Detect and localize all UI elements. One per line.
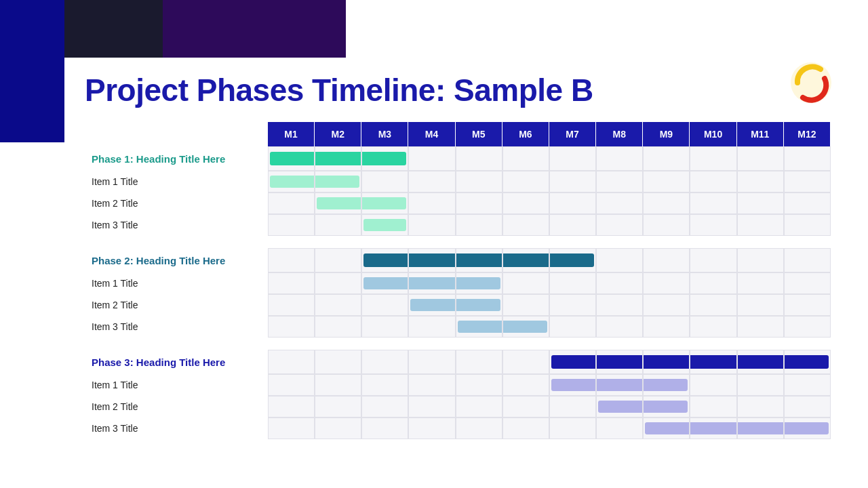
item-cell-phase3-0-m2 <box>315 374 361 396</box>
spacer-cell <box>549 338 596 350</box>
spacer-cell <box>408 236 455 248</box>
spacer-cell <box>268 236 315 248</box>
item-cell-phase2-1-m10 <box>690 294 736 316</box>
item-cell-phase3-1-m7 <box>549 396 596 418</box>
page-title: Project Phases Timeline: Sample B <box>85 72 848 108</box>
phase-bar-cell-phase3-m5 <box>456 350 502 374</box>
phase-bar-cell-phase3-m11 <box>737 350 784 374</box>
spacer-cell <box>315 338 361 350</box>
phase-bar-cell-phase1-m1 <box>268 146 315 171</box>
spacer-cell <box>643 236 690 248</box>
spacer-cell <box>408 338 455 350</box>
spacer-cell <box>315 236 361 248</box>
phase-bar-segment <box>315 152 361 165</box>
item-bar-segment <box>409 277 454 289</box>
item-cell-phase2-2-m6 <box>502 316 549 338</box>
month-header-m1: M1 <box>268 122 315 146</box>
phase-bar-cell-phase3-m9 <box>643 350 690 374</box>
item-cell-phase2-0-m7 <box>549 272 596 294</box>
item-bar-segment <box>317 197 361 209</box>
item-cell-phase1-1-m11 <box>737 192 784 214</box>
phase-bar-cell-phase2-m8 <box>596 248 643 272</box>
phase-bar-cell-phase2-m1 <box>268 248 315 272</box>
item-label-phase1-1: Item 2 Title <box>85 192 268 214</box>
phase-bar-cell-phase2-m2 <box>315 248 361 272</box>
month-header-m7: M7 <box>549 122 596 146</box>
item-cell-phase1-1-m2 <box>315 192 361 214</box>
item-cell-phase1-0-m10 <box>690 171 736 192</box>
item-cell-phase3-0-m4 <box>408 374 455 396</box>
item-cell-phase3-1-m10 <box>690 396 736 418</box>
deco-block-top-right <box>163 0 346 58</box>
spacer-cell <box>268 338 315 350</box>
phase-bar-cell-phase2-m10 <box>690 248 736 272</box>
item-bar-segment <box>410 299 454 311</box>
item-label-phase3-1: Item 2 Title <box>85 396 268 418</box>
item-cell-phase2-1-m9 <box>643 294 690 316</box>
month-header-m5: M5 <box>456 122 502 146</box>
phase-bar-cell-phase3-m6 <box>502 350 549 374</box>
phase-bar-cell-phase2-m11 <box>737 248 784 272</box>
item-cell-phase3-2-m12 <box>784 418 831 439</box>
item-cell-phase1-2-m3 <box>361 214 408 236</box>
item-bar-segment <box>503 321 547 333</box>
phase-bar-cell-phase3-m12 <box>784 350 831 374</box>
phase-bar-cell-phase3-m2 <box>315 350 361 374</box>
phase-bar-segment <box>597 355 642 369</box>
spacer-cell <box>737 338 784 350</box>
item-cell-phase2-0-m8 <box>596 272 643 294</box>
phase-bar-cell-phase1-m7 <box>549 146 596 171</box>
item-cell-phase2-2-m11 <box>737 316 784 338</box>
item-cell-phase1-2-m6 <box>502 214 549 236</box>
item-bar-segment <box>363 277 408 289</box>
item-cell-phase3-1-m1 <box>268 396 315 418</box>
month-header-m11: M11 <box>737 122 784 146</box>
item-cell-phase2-2-m2 <box>315 316 361 338</box>
item-cell-phase1-2-m9 <box>643 214 690 236</box>
item-label-phase3-2: Item 3 Title <box>85 418 268 439</box>
item-cell-phase1-1-m7 <box>549 192 596 214</box>
item-bar-segment <box>598 401 642 413</box>
item-cell-phase1-1-m6 <box>502 192 549 214</box>
item-cell-phase1-1-m3 <box>361 192 408 214</box>
month-header-m2: M2 <box>315 122 361 146</box>
item-cell-phase3-0-m1 <box>268 374 315 396</box>
phase-bar-cell-phase3-m4 <box>408 350 455 374</box>
item-bar-segment <box>270 176 314 188</box>
phase-bar-cell-phase1-m5 <box>456 146 502 171</box>
item-cell-phase2-1-m1 <box>268 294 315 316</box>
item-cell-phase3-1-m5 <box>456 396 502 418</box>
phase-bar-cell-phase2-m7 <box>549 248 596 272</box>
item-cell-phase1-2-m8 <box>596 214 643 236</box>
item-cell-phase2-1-m4 <box>408 294 455 316</box>
item-cell-phase2-2-m5 <box>456 316 502 338</box>
item-cell-phase3-2-m7 <box>549 418 596 439</box>
phase-bar-cell-phase3-m3 <box>361 350 408 374</box>
item-cell-phase1-0-m3 <box>361 171 408 192</box>
item-cell-phase3-2-m2 <box>315 418 361 439</box>
spacer-cell <box>456 236 502 248</box>
phase-bar-cell-phase2-m12 <box>784 248 831 272</box>
item-label-phase3-0: Item 1 Title <box>85 374 268 396</box>
spacer-cell <box>361 236 408 248</box>
item-cell-phase2-0-m4 <box>408 272 455 294</box>
item-cell-phase2-2-m3 <box>361 316 408 338</box>
item-cell-phase3-1-m12 <box>784 396 831 418</box>
phase-bar-cell-phase1-m6 <box>502 146 549 171</box>
month-header-m12: M12 <box>784 122 831 146</box>
phase-label-phase2: Phase 2: Heading Title Here <box>85 248 268 272</box>
item-cell-phase3-0-m3 <box>361 374 408 396</box>
item-cell-phase3-1-m9 <box>643 396 690 418</box>
item-cell-phase1-1-m1 <box>268 192 315 214</box>
main-content: Project Phases Timeline: Sample B M1M2M3… <box>64 60 868 488</box>
month-header-m10: M10 <box>690 122 736 146</box>
phase-bar-cell-phase3-m8 <box>596 350 643 374</box>
item-bar-segment <box>785 422 829 434</box>
phase-bar-cell-phase1-m4 <box>408 146 455 171</box>
item-cell-phase1-1-m4 <box>408 192 455 214</box>
item-cell-phase3-0-m12 <box>784 374 831 396</box>
spacer-cell <box>643 338 690 350</box>
timeline-wrapper: M1M2M3M4M5M6M7M8M9M10M11M12Phase 1: Head… <box>85 122 848 439</box>
month-header-m9: M9 <box>643 122 690 146</box>
item-cell-phase1-1-m12 <box>784 192 831 214</box>
